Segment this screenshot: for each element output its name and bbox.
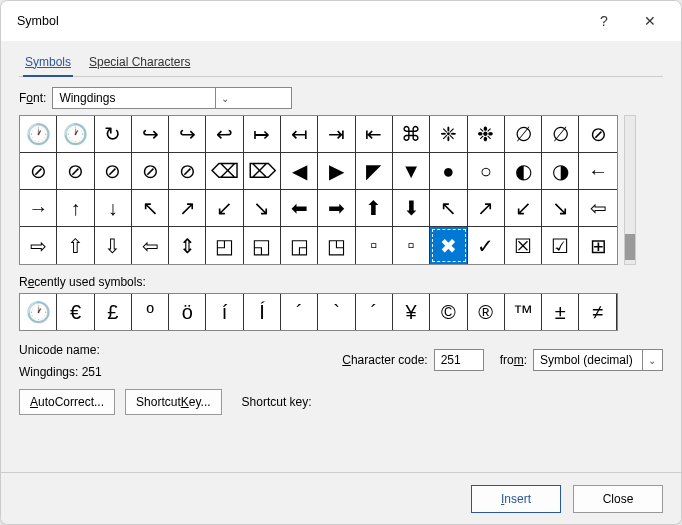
font-input[interactable]: [53, 88, 215, 108]
close-button[interactable]: ✕: [627, 1, 673, 41]
symbol-cell[interactable]: ↖: [430, 190, 467, 227]
symbol-cell[interactable]: ➡: [318, 190, 355, 227]
insert-button[interactable]: Insert: [471, 485, 561, 513]
symbol-cell[interactable]: ⊘: [579, 116, 616, 153]
symbol-cell[interactable]: ⇧: [57, 227, 94, 264]
recent-grid[interactable]: 🕐€£ºöíÍ´`´¥©®™±≠: [19, 293, 618, 331]
symbol-cell[interactable]: ⊞: [579, 227, 616, 264]
symbol-cell[interactable]: ↙: [505, 190, 542, 227]
symbol-cell[interactable]: ↙: [206, 190, 243, 227]
recent-symbol-cell[interactable]: ´: [356, 294, 393, 330]
symbol-cell[interactable]: ◤: [356, 153, 393, 190]
recent-symbol-cell[interactable]: €: [57, 294, 94, 330]
symbol-cell[interactable]: ⬇: [393, 190, 430, 227]
recent-symbol-cell[interactable]: ©: [430, 294, 467, 330]
symbol-cell[interactable]: ⌘: [393, 116, 430, 153]
symbol-cell[interactable]: ◲: [281, 227, 318, 264]
symbol-cell[interactable]: ⊘: [132, 153, 169, 190]
symbol-cell[interactable]: ↓: [95, 190, 132, 227]
symbol-cell[interactable]: ◐: [505, 153, 542, 190]
symbol-cell[interactable]: ↩: [206, 116, 243, 153]
symbol-cell[interactable]: ○: [468, 153, 505, 190]
symbol-cell[interactable]: ▫: [356, 227, 393, 264]
symbol-cell[interactable]: ⇦: [579, 190, 616, 227]
symbol-cell[interactable]: →: [20, 190, 57, 227]
recent-symbol-cell[interactable]: ®: [468, 294, 505, 330]
recent-symbol-cell[interactable]: í: [206, 294, 243, 330]
symbol-cell[interactable]: ❉: [468, 116, 505, 153]
symbol-cell[interactable]: ◱: [244, 227, 281, 264]
symbol-grid[interactable]: 🕐🕐↻↪↪↩↦↤⇥⇤⌘❈❉∅∅⊘⊘⊘⊘⊘⊘⌫⌦◀▶◤▼●○◐◑←→↑↓↖↗↙↘⬅…: [19, 115, 618, 265]
symbol-cell[interactable]: ↘: [542, 190, 579, 227]
symbol-cell[interactable]: ▫: [393, 227, 430, 264]
symbol-cell[interactable]: ◳: [318, 227, 355, 264]
symbol-cell[interactable]: ↘: [244, 190, 281, 227]
scroll-thumb[interactable]: [625, 234, 635, 260]
symbol-cell[interactable]: ∅: [505, 116, 542, 153]
recent-symbol-cell[interactable]: 🕐: [20, 294, 57, 330]
symbol-cell[interactable]: ⬆: [356, 190, 393, 227]
symbol-cell[interactable]: 🕐: [57, 116, 94, 153]
symbol-cell[interactable]: ↻: [95, 116, 132, 153]
symbol-cell[interactable]: ↖: [132, 190, 169, 227]
recent-symbol-cell[interactable]: `: [318, 294, 355, 330]
charcode-input[interactable]: [434, 349, 484, 371]
symbol-cell[interactable]: ↗: [468, 190, 505, 227]
symbol-cell[interactable]: ◰: [206, 227, 243, 264]
recent-symbol-cell[interactable]: ≠: [579, 294, 616, 330]
symbol-cell[interactable]: ↪: [169, 116, 206, 153]
shortcut-key-button[interactable]: Shortcut Key...: [125, 389, 222, 415]
symbol-cell[interactable]: ⬅: [281, 190, 318, 227]
symbol-cell[interactable]: ●: [430, 153, 467, 190]
symbol-cell[interactable]: ↦: [244, 116, 281, 153]
symbol-cell[interactable]: ☒: [505, 227, 542, 264]
symbol-cell[interactable]: ⇦: [132, 227, 169, 264]
from-combobox[interactable]: ⌄: [533, 349, 663, 371]
symbol-cell[interactable]: ✓: [468, 227, 505, 264]
symbol-cell[interactable]: ⌦: [244, 153, 281, 190]
symbol-cell[interactable]: ↑: [57, 190, 94, 227]
symbol-cell[interactable]: ⇥: [318, 116, 355, 153]
symbol-cell[interactable]: ⌫: [206, 153, 243, 190]
symbol-cell[interactable]: ⊘: [95, 153, 132, 190]
symbol-cell[interactable]: ⇨: [20, 227, 57, 264]
symbol-cell[interactable]: ❈: [430, 116, 467, 153]
symbol-cell[interactable]: ↗: [169, 190, 206, 227]
chevron-down-icon[interactable]: ⌄: [215, 88, 233, 108]
font-combobox[interactable]: ⌄: [52, 87, 292, 109]
tab-special-characters[interactable]: Special Characters: [87, 49, 192, 77]
recent-symbol-cell[interactable]: ´: [281, 294, 318, 330]
recent-symbol-cell[interactable]: ö: [169, 294, 206, 330]
symbol-cell[interactable]: ⊘: [57, 153, 94, 190]
symbol-cell[interactable]: ☑: [542, 227, 579, 264]
tab-symbols[interactable]: Symbols: [23, 49, 73, 77]
symbol-cell[interactable]: ⇤: [356, 116, 393, 153]
symbol-cell[interactable]: ▼: [393, 153, 430, 190]
recent-symbol-cell[interactable]: Í: [244, 294, 281, 330]
recent-symbol-cell[interactable]: ±: [542, 294, 579, 330]
symbol-cell[interactable]: ⇩: [95, 227, 132, 264]
symbol-cell[interactable]: ✖: [430, 227, 467, 264]
close-footer-button[interactable]: Close: [573, 485, 663, 513]
symbol-cell[interactable]: ←: [579, 153, 616, 190]
symbol-cell[interactable]: ⊘: [20, 153, 57, 190]
autocorrect-button[interactable]: AutoCorrect...: [19, 389, 115, 415]
symbol-cell[interactable]: ↤: [281, 116, 318, 153]
symbol-cell[interactable]: ▶: [318, 153, 355, 190]
symbol-cell[interactable]: ∅: [542, 116, 579, 153]
recent-symbol-cell[interactable]: º: [132, 294, 169, 330]
from-input[interactable]: [534, 350, 642, 370]
font-label: Font:: [19, 91, 46, 105]
scrollbar[interactable]: [624, 115, 636, 265]
symbol-cell[interactable]: ⇕: [169, 227, 206, 264]
symbol-cell[interactable]: ◀: [281, 153, 318, 190]
recent-symbol-cell[interactable]: ™: [505, 294, 542, 330]
chevron-down-icon[interactable]: ⌄: [642, 350, 660, 370]
recent-symbol-cell[interactable]: ¥: [393, 294, 430, 330]
symbol-cell[interactable]: ◑: [542, 153, 579, 190]
help-button[interactable]: ?: [581, 1, 627, 41]
recent-symbol-cell[interactable]: £: [95, 294, 132, 330]
symbol-cell[interactable]: ↪: [132, 116, 169, 153]
symbol-cell[interactable]: 🕐: [20, 116, 57, 153]
symbol-cell[interactable]: ⊘: [169, 153, 206, 190]
